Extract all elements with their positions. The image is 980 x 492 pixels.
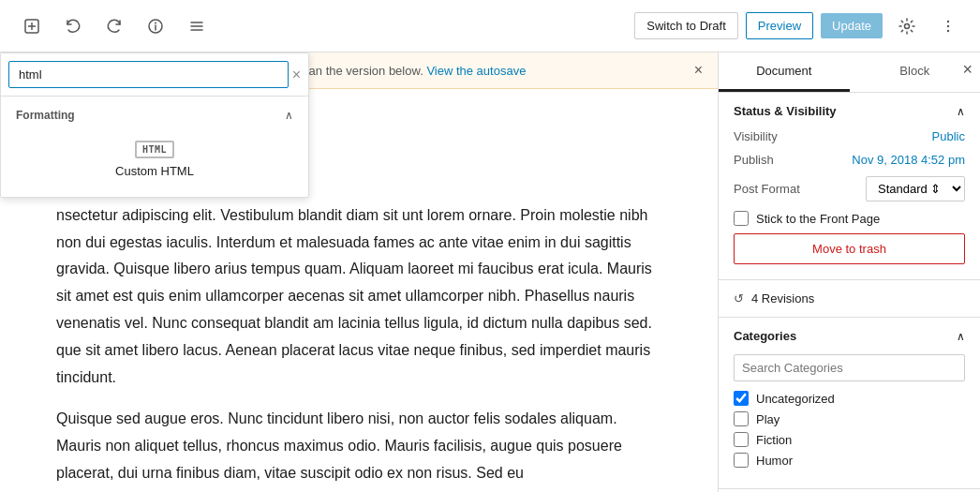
html-block-icon: HTML — [135, 141, 174, 158]
category-checkbox-uncategorized[interactable] — [734, 391, 749, 406]
publish-label: Publish — [734, 153, 774, 167]
redo-button[interactable] — [97, 9, 131, 43]
category-label: Humor — [756, 454, 793, 468]
category-item: Humor — [734, 453, 965, 468]
categories-header[interactable]: Categories — [719, 318, 980, 354]
search-dropdown: html × Formatting HTML Custom HTML — [0, 52, 309, 198]
section-collapse-button[interactable] — [285, 108, 293, 122]
categories-title: Categories — [734, 329, 796, 343]
post-format-row: Post Format Standard ⇕ — [734, 176, 965, 201]
svg-point-12 — [947, 29, 949, 31]
switch-to-draft-button[interactable]: Switch to Draft — [634, 12, 738, 39]
toolbar-left — [15, 9, 214, 43]
status-visibility-section: Status & Visibility Visibility Public Pu… — [719, 93, 980, 280]
post-format-select[interactable]: Standard ⇕ — [866, 176, 965, 201]
tab-document[interactable]: Document — [719, 52, 850, 92]
categories-content: UncategorizedPlayFictionHumor — [719, 354, 980, 488]
category-checkbox-humor[interactable] — [734, 453, 749, 468]
category-label: Uncategorized — [756, 392, 835, 406]
publish-date-link[interactable]: Nov 9, 2018 4:52 pm — [852, 153, 965, 167]
categories-section: Categories UncategorizedPlayFictionHumor — [719, 318, 980, 489]
editor-area: There is an autosave of this post that i… — [0, 52, 718, 492]
dropdown-section-header: Formatting — [1, 104, 308, 129]
toolbar: Switch to Draft Preview Update — [0, 0, 980, 52]
categories-list: UncategorizedPlayFictionHumor — [734, 391, 965, 468]
editor-paragraph-1: nsectetur adipiscing elit. Vestibulum bl… — [56, 202, 661, 392]
categories-search-input[interactable] — [734, 354, 965, 381]
publish-value[interactable]: Nov 9, 2018 4:52 pm — [852, 153, 965, 167]
categories-collapse-icon — [957, 329, 965, 343]
svg-point-5 — [155, 22, 156, 23]
visibility-row: Visibility Public — [734, 129, 965, 143]
sidebar-close-button[interactable]: × — [962, 60, 973, 80]
undo-button[interactable] — [56, 9, 90, 43]
category-checkbox-fiction[interactable] — [734, 432, 749, 447]
dropdown-section-formatting: Formatting HTML Custom HTML — [1, 97, 308, 197]
visibility-label: Visibility — [734, 129, 778, 143]
stick-front-page-label: Stick to the Front Page — [756, 212, 880, 226]
right-sidebar: Document Block × Status & Visibility Vis… — [718, 52, 980, 492]
main-layout: There is an autosave of this post that i… — [0, 52, 980, 492]
svg-point-11 — [947, 24, 949, 26]
publish-row: Publish Nov 9, 2018 4:52 pm — [734, 153, 965, 167]
preview-button[interactable]: Preview — [746, 12, 813, 39]
custom-html-label: Custom HTML — [115, 164, 194, 178]
block-search-input[interactable]: html — [8, 61, 289, 88]
toolbar-right: Switch to Draft Preview Update — [634, 9, 965, 43]
visibility-link[interactable]: Public — [932, 129, 965, 143]
stick-front-page-checkbox[interactable] — [734, 211, 749, 226]
revisions-icon: ↺ — [734, 291, 744, 306]
move-to-trash-button[interactable]: Move to trash — [734, 233, 965, 264]
category-label: Play — [756, 412, 780, 426]
svg-point-9 — [905, 23, 910, 28]
post-format-label: Post Format — [734, 182, 800, 196]
category-item: Uncategorized — [734, 391, 965, 406]
category-item: Play — [734, 411, 965, 426]
editor-paragraph-2: Quisque sed augue eros. Nunc tincidunt l… — [56, 406, 661, 486]
update-button[interactable]: Update — [821, 13, 883, 38]
stick-front-page-row: Stick to the Front Page — [734, 211, 965, 226]
tab-block[interactable]: Block — [850, 52, 981, 92]
category-item: Fiction — [734, 432, 965, 447]
chevron-up-icon — [285, 108, 293, 122]
status-visibility-title: Status & Visibility — [734, 104, 837, 118]
add-block-button[interactable] — [15, 9, 49, 43]
visibility-value[interactable]: Public — [932, 129, 965, 143]
status-visibility-collapse-icon — [957, 104, 965, 118]
menu-button[interactable] — [180, 9, 214, 43]
category-checkbox-play[interactable] — [734, 411, 749, 426]
search-input-wrap: html × — [1, 53, 308, 97]
info-button[interactable] — [139, 9, 172, 43]
svg-point-10 — [947, 20, 949, 22]
more-options-button[interactable] — [931, 9, 965, 43]
status-visibility-header[interactable]: Status & Visibility — [719, 93, 980, 129]
category-label: Fiction — [756, 433, 792, 447]
sidebar-tabs: Document Block × — [719, 52, 980, 93]
dropdown-section-title: Formatting — [16, 109, 75, 122]
revisions-row[interactable]: ↺ 4 Revisions — [719, 280, 980, 318]
custom-html-block-item[interactable]: HTML Custom HTML — [1, 129, 308, 189]
search-clear-button[interactable]: × — [292, 67, 301, 83]
revisions-label: 4 Revisions — [751, 291, 814, 306]
autosave-close-button[interactable]: × — [694, 62, 703, 79]
status-visibility-content: Visibility Public Publish Nov 9, 2018 4:… — [719, 129, 980, 279]
view-autosave-link[interactable]: View the autosave — [426, 64, 526, 78]
settings-gear-button[interactable] — [890, 9, 924, 43]
